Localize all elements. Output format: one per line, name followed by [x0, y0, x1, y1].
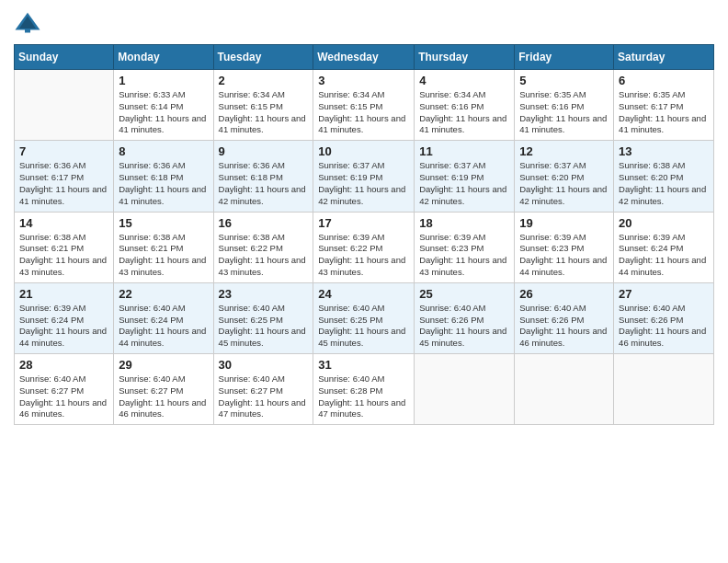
header-thursday: Thursday: [415, 45, 515, 70]
day-info: Sunrise: 6:40 AM Sunset: 6:28 PM Dayligh…: [318, 373, 409, 420]
day-info: Sunrise: 6:39 AM Sunset: 6:22 PM Dayligh…: [318, 232, 409, 279]
day-cell: 4Sunrise: 6:34 AM Sunset: 6:16 PM Daylig…: [415, 70, 515, 141]
day-cell: 21Sunrise: 6:39 AM Sunset: 6:24 PM Dayli…: [15, 282, 114, 353]
day-cell: 8Sunrise: 6:36 AM Sunset: 6:18 PM Daylig…: [114, 141, 213, 212]
day-cell: 19Sunrise: 6:39 AM Sunset: 6:23 PM Dayli…: [515, 212, 614, 282]
day-cell: 15Sunrise: 6:38 AM Sunset: 6:21 PM Dayli…: [114, 212, 213, 282]
day-info: Sunrise: 6:35 AM Sunset: 6:16 PM Dayligh…: [519, 89, 609, 136]
day-info: Sunrise: 6:40 AM Sunset: 6:24 PM Dayligh…: [119, 303, 208, 350]
day-cell: [614, 354, 714, 425]
day-number: 25: [419, 287, 509, 301]
day-info: Sunrise: 6:39 AM Sunset: 6:24 PM Dayligh…: [19, 303, 108, 350]
day-cell: 2Sunrise: 6:34 AM Sunset: 6:15 PM Daylig…: [213, 70, 313, 141]
day-number: 8: [119, 144, 208, 158]
day-info: Sunrise: 6:40 AM Sunset: 6:26 PM Dayligh…: [619, 303, 709, 350]
day-cell: 5Sunrise: 6:35 AM Sunset: 6:16 PM Daylig…: [515, 70, 614, 141]
day-number: 29: [119, 358, 208, 372]
day-number: 13: [619, 144, 709, 158]
day-cell: 30Sunrise: 6:40 AM Sunset: 6:27 PM Dayli…: [213, 354, 313, 425]
week-row-1: 1Sunrise: 6:33 AM Sunset: 6:14 PM Daylig…: [15, 70, 714, 141]
day-info: Sunrise: 6:37 AM Sunset: 6:20 PM Dayligh…: [519, 160, 609, 207]
day-info: Sunrise: 6:40 AM Sunset: 6:26 PM Dayligh…: [419, 303, 509, 350]
header-saturday: Saturday: [614, 45, 714, 70]
day-info: Sunrise: 6:39 AM Sunset: 6:23 PM Dayligh…: [519, 232, 609, 279]
day-cell: 20Sunrise: 6:39 AM Sunset: 6:24 PM Dayli…: [614, 212, 714, 282]
day-number: 19: [519, 216, 609, 230]
day-number: 28: [19, 358, 108, 372]
day-cell: 24Sunrise: 6:40 AM Sunset: 6:25 PM Dayli…: [313, 282, 415, 353]
day-info: Sunrise: 6:40 AM Sunset: 6:26 PM Dayligh…: [519, 303, 609, 350]
day-cell: 27Sunrise: 6:40 AM Sunset: 6:26 PM Dayli…: [614, 282, 714, 353]
header-tuesday: Tuesday: [213, 45, 313, 70]
day-number: 10: [318, 144, 409, 158]
day-number: 2: [219, 74, 309, 87]
day-number: 16: [219, 216, 309, 230]
day-info: Sunrise: 6:40 AM Sunset: 6:25 PM Dayligh…: [318, 303, 409, 350]
day-info: Sunrise: 6:40 AM Sunset: 6:27 PM Dayligh…: [219, 373, 309, 420]
header-friday: Friday: [515, 45, 614, 70]
day-number: 4: [419, 74, 509, 87]
day-cell: 6Sunrise: 6:35 AM Sunset: 6:17 PM Daylig…: [614, 70, 714, 141]
day-info: Sunrise: 6:35 AM Sunset: 6:17 PM Dayligh…: [619, 89, 709, 136]
day-info: Sunrise: 6:34 AM Sunset: 6:15 PM Dayligh…: [318, 89, 409, 136]
day-number: 27: [619, 287, 709, 301]
header-sunday: Sunday: [15, 45, 114, 70]
svg-rect-2: [25, 29, 30, 33]
day-info: Sunrise: 6:36 AM Sunset: 6:17 PM Dayligh…: [19, 160, 108, 207]
day-cell: 13Sunrise: 6:38 AM Sunset: 6:20 PM Dayli…: [614, 141, 714, 212]
logo: [14, 9, 45, 37]
week-row-2: 7Sunrise: 6:36 AM Sunset: 6:17 PM Daylig…: [15, 141, 714, 212]
week-row-4: 21Sunrise: 6:39 AM Sunset: 6:24 PM Dayli…: [15, 282, 714, 353]
day-cell: 28Sunrise: 6:40 AM Sunset: 6:27 PM Dayli…: [15, 354, 114, 425]
header-row: SundayMondayTuesdayWednesdayThursdayFrid…: [15, 45, 714, 70]
day-cell: 3Sunrise: 6:34 AM Sunset: 6:15 PM Daylig…: [313, 70, 415, 141]
day-number: 6: [619, 74, 709, 87]
day-number: 30: [219, 358, 309, 372]
day-cell: 11Sunrise: 6:37 AM Sunset: 6:19 PM Dayli…: [415, 141, 515, 212]
day-number: 14: [19, 216, 108, 230]
day-number: 17: [318, 216, 409, 230]
day-info: Sunrise: 6:40 AM Sunset: 6:25 PM Dayligh…: [219, 303, 309, 350]
day-info: Sunrise: 6:38 AM Sunset: 6:22 PM Dayligh…: [219, 232, 309, 279]
day-number: 23: [219, 287, 309, 301]
day-cell: 18Sunrise: 6:39 AM Sunset: 6:23 PM Dayli…: [415, 212, 515, 282]
header: [14, 9, 714, 37]
day-cell: 12Sunrise: 6:37 AM Sunset: 6:20 PM Dayli…: [515, 141, 614, 212]
day-number: 21: [19, 287, 108, 301]
day-number: 22: [119, 287, 208, 301]
logo-icon: [14, 9, 41, 37]
day-info: Sunrise: 6:36 AM Sunset: 6:18 PM Dayligh…: [219, 160, 309, 207]
day-info: Sunrise: 6:38 AM Sunset: 6:21 PM Dayligh…: [19, 232, 108, 279]
day-info: Sunrise: 6:40 AM Sunset: 6:27 PM Dayligh…: [119, 373, 208, 420]
day-info: Sunrise: 6:36 AM Sunset: 6:18 PM Dayligh…: [119, 160, 208, 207]
header-wednesday: Wednesday: [313, 45, 415, 70]
day-number: 7: [19, 144, 108, 158]
day-number: 9: [219, 144, 309, 158]
day-cell: 16Sunrise: 6:38 AM Sunset: 6:22 PM Dayli…: [213, 212, 313, 282]
day-cell: 7Sunrise: 6:36 AM Sunset: 6:17 PM Daylig…: [15, 141, 114, 212]
day-info: Sunrise: 6:39 AM Sunset: 6:24 PM Dayligh…: [619, 232, 709, 279]
day-number: 11: [419, 144, 509, 158]
day-cell: 31Sunrise: 6:40 AM Sunset: 6:28 PM Dayli…: [313, 354, 415, 425]
day-number: 1: [119, 74, 208, 87]
page: SundayMondayTuesdayWednesdayThursdayFrid…: [0, 0, 728, 563]
day-number: 18: [419, 216, 509, 230]
day-cell: 29Sunrise: 6:40 AM Sunset: 6:27 PM Dayli…: [114, 354, 213, 425]
day-cell: [515, 354, 614, 425]
day-cell: 26Sunrise: 6:40 AM Sunset: 6:26 PM Dayli…: [515, 282, 614, 353]
day-cell: 25Sunrise: 6:40 AM Sunset: 6:26 PM Dayli…: [415, 282, 515, 353]
day-cell: 1Sunrise: 6:33 AM Sunset: 6:14 PM Daylig…: [114, 70, 213, 141]
header-monday: Monday: [114, 45, 213, 70]
day-cell: 9Sunrise: 6:36 AM Sunset: 6:18 PM Daylig…: [213, 141, 313, 212]
day-info: Sunrise: 6:34 AM Sunset: 6:16 PM Dayligh…: [419, 89, 509, 136]
day-cell: 17Sunrise: 6:39 AM Sunset: 6:22 PM Dayli…: [313, 212, 415, 282]
day-number: 3: [318, 74, 409, 87]
day-info: Sunrise: 6:39 AM Sunset: 6:23 PM Dayligh…: [419, 232, 509, 279]
week-row-3: 14Sunrise: 6:38 AM Sunset: 6:21 PM Dayli…: [15, 212, 714, 282]
day-number: 20: [619, 216, 709, 230]
day-info: Sunrise: 6:37 AM Sunset: 6:19 PM Dayligh…: [318, 160, 409, 207]
day-number: 5: [519, 74, 609, 87]
day-info: Sunrise: 6:34 AM Sunset: 6:15 PM Dayligh…: [219, 89, 309, 136]
day-cell: 23Sunrise: 6:40 AM Sunset: 6:25 PM Dayli…: [213, 282, 313, 353]
day-cell: [15, 70, 114, 141]
